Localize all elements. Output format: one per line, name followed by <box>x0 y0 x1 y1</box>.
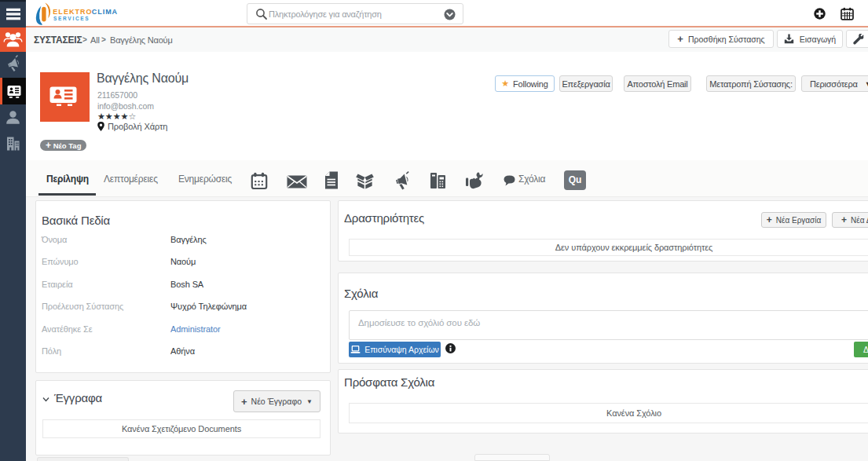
svg-text:CLIMA: CLIMA <box>92 8 118 16</box>
svg-text:SERVICES: SERVICES <box>53 16 90 21</box>
svg-text:ELEKTRO: ELEKTRO <box>53 8 92 16</box>
